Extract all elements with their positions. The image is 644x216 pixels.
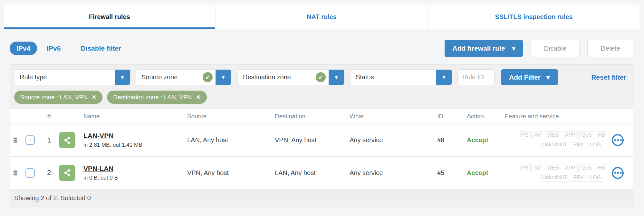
tab-nat-rules[interactable]: NAT rules bbox=[216, 5, 428, 29]
header-action: Action bbox=[464, 113, 502, 120]
row-menu-ellipsis-icon[interactable] bbox=[612, 134, 624, 146]
rule-name-link[interactable]: VPN-LAN bbox=[83, 165, 113, 172]
chevron-down-icon[interactable]: ▾ bbox=[329, 69, 344, 85]
feature-badges: IPS AV WEB APP QoS HB LinkedNAT PRX LOG bbox=[502, 131, 609, 149]
status-dropdown[interactable]: Status ▾ bbox=[350, 69, 452, 85]
badge-log: LOG bbox=[588, 174, 603, 182]
ipv6-toggle[interactable]: IPv6 bbox=[47, 44, 61, 52]
check-circle-icon: ✓ bbox=[316, 72, 326, 82]
rule-name-link[interactable]: LAN-VPN bbox=[83, 132, 113, 140]
header-features: Feature and service bbox=[502, 113, 609, 120]
filter-chip-source-zone: Source zone : LAN, VPN ✕ bbox=[14, 91, 102, 104]
chevron-down-icon: ▾ bbox=[512, 45, 515, 52]
rule-destination: VPN, Any host bbox=[272, 136, 347, 144]
table-header: # Name Source Destination What ID Action… bbox=[10, 109, 633, 124]
chevron-down-icon: ▾ bbox=[546, 74, 550, 81]
badge-prx: PRX bbox=[571, 141, 586, 149]
rule-destination: LAN, Any host bbox=[272, 169, 347, 177]
tab-firewall-rules[interactable]: Firewall rules bbox=[4, 5, 215, 29]
tab-bar: Firewall rules NAT rules SSL/TLS inspect… bbox=[4, 5, 639, 29]
disable-filter-link[interactable]: Disable filter bbox=[81, 44, 121, 52]
filter-row: Rule type ▾ Source zone ✓ ▾ Destination … bbox=[14, 69, 629, 85]
badge-hb: HB bbox=[596, 131, 607, 139]
badge-ips: IPS bbox=[518, 131, 531, 139]
badge-log: LOG bbox=[588, 141, 603, 149]
badge-av: AV bbox=[532, 164, 543, 172]
badge-app: APP bbox=[563, 164, 578, 172]
badge-line-1: IPS AV WEB APP QoS HB bbox=[518, 131, 607, 139]
rule-traffic: in 0 B, out 0 B bbox=[83, 175, 185, 181]
delete-button[interactable]: Delete bbox=[587, 40, 633, 57]
header-destination: Destination bbox=[272, 113, 347, 120]
filter-chip-label: Destination zone : LAN, VPN bbox=[113, 94, 192, 101]
source-zone-label: Source zone bbox=[136, 74, 203, 81]
filter-area: Rule type ▾ Source zone ✓ ▾ Destination … bbox=[10, 65, 633, 109]
source-zone-dropdown[interactable]: Source zone ✓ ▾ bbox=[136, 69, 231, 85]
add-firewall-rule-label: Add firewall rule bbox=[452, 44, 505, 52]
status-label: Status bbox=[351, 74, 436, 81]
badge-prx: PRX bbox=[571, 174, 586, 182]
rule-source: VPN, Any host bbox=[185, 169, 272, 177]
badge-line-1: IPS AV WEB APP QoS HB bbox=[518, 164, 607, 172]
add-filter-label: Add Filter bbox=[509, 74, 541, 81]
table-footer: Showing 2 of 2. Selected 0 bbox=[10, 189, 633, 207]
badge-ips: IPS bbox=[518, 164, 531, 172]
chevron-down-icon[interactable]: ▾ bbox=[436, 69, 452, 85]
badge-linkednat: LinkedNAT bbox=[540, 174, 569, 182]
badge-linkednat: LinkedNAT bbox=[540, 141, 569, 149]
header-id: ID bbox=[435, 113, 464, 120]
active-filter-chips: Source zone : LAN, VPN ✕ Destination zon… bbox=[14, 91, 629, 104]
row-number: 1 bbox=[39, 136, 59, 144]
rule-what: Any service bbox=[347, 169, 435, 177]
check-circle-icon: ✓ bbox=[203, 72, 213, 82]
badge-line-2: LinkedNAT PRX LOG bbox=[540, 141, 603, 149]
drag-handle-icon[interactable] bbox=[14, 171, 17, 175]
firewall-rules-panel: Rule type ▾ Source zone ✓ ▾ Destination … bbox=[10, 64, 633, 207]
ipv4-toggle[interactable]: IPv4 bbox=[10, 42, 37, 55]
rule-what: Any service bbox=[347, 136, 435, 144]
badge-line-2: LinkedNAT PRX LOG bbox=[540, 174, 603, 182]
drag-handle-icon[interactable] bbox=[14, 138, 17, 142]
reset-filter-link[interactable]: Reset filter bbox=[591, 74, 629, 81]
rule-action: Accept bbox=[464, 136, 502, 144]
row-menu-ellipsis-icon[interactable] bbox=[612, 167, 624, 179]
chevron-down-icon[interactable]: ▾ bbox=[115, 69, 130, 85]
rule-id: #5 bbox=[435, 169, 464, 177]
rule-action: Accept bbox=[464, 169, 502, 177]
row-checkbox[interactable] bbox=[25, 168, 35, 178]
chevron-down-icon[interactable]: ▾ bbox=[216, 69, 231, 85]
row-number: 2 bbox=[39, 169, 59, 177]
close-icon[interactable]: ✕ bbox=[196, 94, 200, 101]
badge-web: WEB bbox=[545, 164, 561, 172]
rule-source: LAN, Any host bbox=[185, 136, 272, 144]
disable-button[interactable]: Disable bbox=[531, 40, 580, 57]
feature-badges: IPS AV WEB APP QoS HB LinkedNAT PRX LOG bbox=[502, 164, 609, 182]
rule-id-input[interactable] bbox=[457, 69, 495, 85]
badge-qos: QoS bbox=[579, 131, 594, 139]
add-firewall-rule-button[interactable]: Add firewall rule ▾ bbox=[445, 40, 523, 57]
controls-row: IPv4 IPv6 Disable filter Add firewall ru… bbox=[10, 39, 633, 58]
header-what: What bbox=[347, 113, 435, 120]
network-share-icon bbox=[59, 132, 75, 148]
header-source: Source bbox=[185, 113, 272, 120]
destination-zone-dropdown[interactable]: Destination zone ✓ ▾ bbox=[237, 69, 344, 85]
close-icon[interactable]: ✕ bbox=[92, 94, 96, 101]
badge-hb: HB bbox=[596, 164, 607, 172]
table-row: 1 LAN-VPN in 2.81 MB, out 1.41 MB LAN, A… bbox=[10, 124, 633, 156]
add-filter-button[interactable]: Add Filter ▾ bbox=[501, 69, 558, 85]
filter-chip-label: Source zone : LAN, VPN bbox=[20, 94, 88, 101]
showing-summary: Showing 2 of 2. Selected 0 bbox=[14, 194, 91, 202]
rule-id: #8 bbox=[435, 136, 464, 144]
row-checkbox[interactable] bbox=[25, 135, 35, 145]
header-num: # bbox=[39, 113, 59, 120]
rule-type-dropdown[interactable]: Rule type ▾ bbox=[14, 69, 130, 85]
rule-type-label: Rule type bbox=[14, 74, 115, 81]
table-row: 2 VPN-LAN in 0 B, out 0 B VPN, Any host … bbox=[10, 156, 633, 189]
rule-traffic: in 2.81 MB, out 1.41 MB bbox=[83, 142, 185, 148]
badge-app: APP bbox=[563, 131, 578, 139]
tab-ssl-tls-inspection-rules[interactable]: SSL/TLS inspection rules bbox=[428, 5, 639, 29]
badge-web: WEB bbox=[545, 131, 561, 139]
filter-chip-destination-zone: Destination zone : LAN, VPN ✕ bbox=[107, 91, 207, 104]
destination-zone-label: Destination zone bbox=[238, 74, 316, 81]
badge-qos: QoS bbox=[579, 164, 594, 172]
